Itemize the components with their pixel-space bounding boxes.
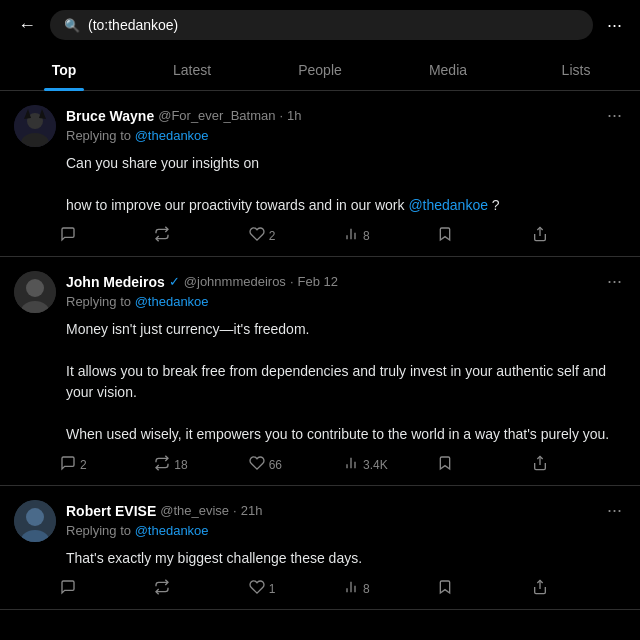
tweet-actions: 2 8 — [14, 226, 626, 246]
reply-icon — [60, 579, 76, 599]
tweet-timestamp: Feb 12 — [298, 274, 338, 289]
tweet-timestamp: 21h — [241, 503, 263, 518]
tweet-meta: Bruce Wayne @For_ever_Batman · 1h ··· Re… — [66, 105, 626, 143]
svg-point-17 — [26, 508, 44, 526]
bookmark-icon — [437, 226, 453, 246]
tweet-meta: Robert EVISE @the_evise · 21h ··· Replyi… — [66, 500, 626, 538]
tab-top[interactable]: Top — [0, 50, 128, 90]
tweet-meta: John Medeiros ✓ @johnmmedeiros · Feb 12 … — [66, 271, 626, 309]
tab-lists[interactable]: Lists — [512, 50, 640, 90]
tweet-name-row: Bruce Wayne @For_ever_Batman · 1h ··· — [66, 105, 626, 126]
tab-people[interactable]: People — [256, 50, 384, 90]
tweet-more-button[interactable]: ··· — [603, 500, 626, 521]
tweet-name-group: John Medeiros ✓ @johnmmedeiros · Feb 12 — [66, 274, 338, 290]
retweet-count: 18 — [174, 458, 187, 472]
tweet-reply-to: Replying to @thedankoe — [66, 128, 626, 143]
tweet-author-name: Bruce Wayne — [66, 108, 154, 124]
like-icon — [249, 579, 265, 599]
bookmark-icon — [437, 579, 453, 599]
views-count: 8 — [363, 582, 370, 596]
like-icon — [249, 226, 265, 246]
avatar — [14, 271, 56, 313]
avatar — [14, 500, 56, 542]
verified-badge: ✓ — [169, 274, 180, 289]
tweet-header: John Medeiros ✓ @johnmmedeiros · Feb 12 … — [14, 271, 626, 313]
share-action[interactable] — [532, 226, 626, 246]
tweet-time: · — [233, 503, 237, 518]
reply-icon — [60, 455, 76, 475]
tweet-actions: 2 18 66 3.4K — [14, 455, 626, 475]
more-button[interactable]: ··· — [603, 11, 626, 40]
share-icon — [532, 226, 548, 246]
tweet-reply-to: Replying to @thedankoe — [66, 523, 626, 538]
svg-point-10 — [26, 279, 44, 297]
tab-media[interactable]: Media — [384, 50, 512, 90]
tab-latest[interactable]: Latest — [128, 50, 256, 90]
tweet-name-row: John Medeiros ✓ @johnmmedeiros · Feb 12 … — [66, 271, 626, 292]
retweet-icon — [154, 226, 170, 246]
tweet-card: Bruce Wayne @For_ever_Batman · 1h ··· Re… — [0, 91, 640, 257]
like-count: 1 — [269, 582, 276, 596]
bookmark-action[interactable] — [437, 455, 531, 475]
tweet-handle: @johnmmedeiros — [184, 274, 286, 289]
tweet-card: Robert EVISE @the_evise · 21h ··· Replyi… — [0, 486, 640, 610]
views-count: 8 — [363, 229, 370, 243]
reply-mention[interactable]: @thedankoe — [135, 128, 209, 143]
tweet-name-group: Robert EVISE @the_evise · 21h — [66, 503, 262, 519]
tweet-card: John Medeiros ✓ @johnmmedeiros · Feb 12 … — [0, 257, 640, 486]
share-icon — [532, 455, 548, 475]
tweet-handle: @For_ever_Batman — [158, 108, 275, 123]
bookmark-action[interactable] — [437, 226, 531, 246]
bookmark-icon — [437, 455, 453, 475]
search-icon: 🔍 — [64, 18, 80, 33]
like-action[interactable]: 1 — [249, 579, 343, 599]
reply-action[interactable] — [60, 226, 154, 246]
search-bar[interactable]: 🔍 (to:thedankoe) — [50, 10, 593, 40]
retweet-icon — [154, 455, 170, 475]
like-count: 66 — [269, 458, 282, 472]
reply-icon — [60, 226, 76, 246]
avatar — [14, 105, 56, 147]
reply-action[interactable] — [60, 579, 154, 599]
reply-action[interactable]: 2 — [60, 455, 154, 475]
views-icon — [343, 226, 359, 246]
like-action[interactable]: 66 — [249, 455, 343, 475]
like-count: 2 — [269, 229, 276, 243]
reply-mention[interactable]: @thedankoe — [135, 294, 209, 309]
tweet-more-button[interactable]: ··· — [603, 271, 626, 292]
like-action[interactable]: 2 — [249, 226, 343, 246]
tweet-more-button[interactable]: ··· — [603, 105, 626, 126]
retweet-icon — [154, 579, 170, 599]
tweet-name-row: Robert EVISE @the_evise · 21h ··· — [66, 500, 626, 521]
views-action[interactable]: 3.4K — [343, 455, 437, 475]
retweet-action[interactable]: 18 — [154, 455, 248, 475]
back-button[interactable]: ← — [14, 11, 40, 40]
retweet-action[interactable] — [154, 579, 248, 599]
tweet-content: Can you share your insights on how to im… — [14, 153, 626, 216]
tabs-bar: Top Latest People Media Lists — [0, 50, 640, 91]
share-action[interactable] — [532, 455, 626, 475]
top-bar: ← 🔍 (to:thedankoe) ··· — [0, 0, 640, 50]
tweet-header: Bruce Wayne @For_ever_Batman · 1h ··· Re… — [14, 105, 626, 147]
tweet-actions: 1 8 — [14, 579, 626, 599]
views-action[interactable]: 8 — [343, 579, 437, 599]
tweet-timestamp: 1h — [287, 108, 301, 123]
views-action[interactable]: 8 — [343, 226, 437, 246]
views-icon — [343, 579, 359, 599]
tweet-content: That's exactly my biggest challenge thes… — [14, 548, 626, 569]
reply-count: 2 — [80, 458, 87, 472]
app-container: ← 🔍 (to:thedankoe) ··· Top Latest People… — [0, 0, 640, 610]
tweet-name-group: Bruce Wayne @For_ever_Batman · 1h — [66, 108, 302, 124]
like-icon — [249, 455, 265, 475]
views-icon — [343, 455, 359, 475]
retweet-action[interactable] — [154, 226, 248, 246]
reply-mention[interactable]: @thedankoe — [135, 523, 209, 538]
tweet-reply-to: Replying to @thedankoe — [66, 294, 626, 309]
bookmark-action[interactable] — [437, 579, 531, 599]
tweet-author-name: Robert EVISE — [66, 503, 156, 519]
share-icon — [532, 579, 548, 599]
views-count: 3.4K — [363, 458, 388, 472]
content-mention[interactable]: @thedankoe — [408, 197, 488, 213]
search-query: (to:thedankoe) — [88, 17, 178, 33]
share-action[interactable] — [532, 579, 626, 599]
